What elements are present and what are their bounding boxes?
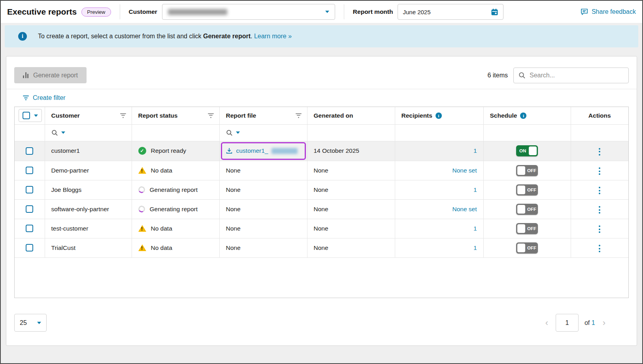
customer-column-search[interactable]: [45, 129, 132, 136]
generating-spinner-icon: [138, 205, 146, 213]
recipients-link[interactable]: 1: [473, 186, 477, 193]
customer-name-cell: Joe Bloggs: [45, 180, 132, 199]
create-filter-label: Create filter: [33, 94, 66, 101]
bar-chart-icon: [23, 72, 28, 78]
search-input[interactable]: [530, 72, 624, 79]
table-row: software-only-partnerGenerating reportNo…: [15, 199, 628, 219]
create-filter-link[interactable]: Create filter: [23, 94, 66, 101]
generated-on-cell: None: [307, 180, 395, 199]
report-file-link[interactable]: customer1_: [236, 147, 268, 154]
top-bar: Executive reports Preview Customer Repor…: [1, 1, 642, 23]
row-actions-menu-button[interactable]: [596, 204, 603, 216]
report-month-input[interactable]: June 2025: [398, 4, 503, 20]
info-icon[interactable]: i: [436, 113, 442, 119]
report-status-cell: Report ready: [132, 147, 219, 155]
schedule-toggle[interactable]: OFF: [516, 165, 538, 176]
chevron-down-icon: [325, 11, 329, 13]
row-checkbox[interactable]: [26, 147, 33, 155]
recipients-link[interactable]: None set: [452, 206, 477, 212]
divider: [344, 4, 344, 19]
row-checkbox[interactable]: [26, 205, 33, 213]
filter-icon[interactable]: [296, 113, 302, 118]
pagination: 25 ‹ of 1 ›: [14, 314, 629, 332]
column-header-report-file[interactable]: Report file: [219, 107, 307, 124]
row-actions-menu-button[interactable]: [596, 146, 603, 158]
toggle-label: OFF: [527, 226, 536, 231]
toggle-label: ON: [519, 148, 526, 153]
select-all-checkbox[interactable]: [23, 112, 30, 119]
search-box[interactable]: [513, 68, 629, 83]
report-ready-icon: [138, 147, 146, 155]
recipients-link[interactable]: None set: [452, 167, 477, 174]
report-status-cell: No data: [132, 167, 219, 174]
schedule-toggle[interactable]: OFF: [516, 242, 538, 253]
column-header-customer[interactable]: Customer: [45, 107, 132, 124]
info-icon: i: [18, 32, 27, 41]
table-row: TrialCustNo dataNoneNone1OFF: [15, 238, 628, 257]
next-page-button[interactable]: ›: [601, 319, 607, 327]
recipients-link[interactable]: 1: [473, 225, 477, 232]
items-count: 6 items: [487, 72, 508, 79]
filter-icon[interactable]: [208, 113, 214, 118]
row-checkbox[interactable]: [26, 167, 33, 174]
report-status-cell: Generating report: [132, 206, 219, 213]
column-header-schedule: Schedule i: [483, 107, 571, 124]
recipients-link[interactable]: 1: [473, 147, 477, 154]
column-header-actions: Actions: [571, 107, 628, 124]
generated-on-cell: None: [307, 219, 395, 238]
customer-name-cell: software-only-partner: [45, 199, 132, 219]
search-icon: [226, 129, 233, 136]
no-data-warning-icon: [138, 167, 146, 174]
search-icon: [51, 129, 58, 136]
report-status-cell: No data: [132, 244, 219, 251]
report-file-cell: None: [219, 161, 307, 180]
report-file-column-search[interactable]: [220, 129, 307, 136]
report-file-cell: None: [219, 219, 307, 238]
schedule-toggle[interactable]: OFF: [516, 204, 538, 215]
schedule-toggle[interactable]: ON: [516, 145, 538, 156]
row-actions-menu-button[interactable]: [596, 223, 603, 235]
row-actions-menu-button[interactable]: [596, 184, 603, 197]
generating-spinner-icon: [138, 186, 146, 194]
row-actions-menu-button[interactable]: [596, 242, 603, 255]
row-actions-menu-button[interactable]: [596, 165, 603, 177]
toggle-knob: [517, 205, 525, 214]
search-icon: [519, 72, 526, 79]
report-month-value: June 2025: [403, 9, 430, 15]
select-all-control[interactable]: [19, 109, 42, 122]
previous-page-button[interactable]: ‹: [544, 319, 550, 327]
redacted-customer-name: [168, 9, 227, 15]
generated-on-cell: None: [307, 161, 395, 180]
generate-report-button[interactable]: Generate report: [14, 67, 87, 83]
share-feedback-link[interactable]: Share feedback: [581, 8, 636, 15]
schedule-toggle[interactable]: OFF: [516, 184, 538, 195]
report-status-text: Generating report: [150, 206, 198, 213]
schedule-toggle[interactable]: OFF: [516, 223, 538, 234]
page-size-value: 25: [20, 319, 27, 326]
filter-icon[interactable]: [120, 113, 126, 118]
toggle-knob: [517, 244, 525, 252]
customer-name-cell: customer1: [45, 141, 132, 161]
chevron-down-icon: [34, 114, 38, 117]
report-status-cell: No data: [132, 225, 219, 232]
recipients-link[interactable]: 1: [473, 244, 477, 251]
row-checkbox[interactable]: [26, 244, 33, 251]
redacted-report-file: [272, 148, 298, 154]
column-header-recipients: Recipients i: [395, 107, 483, 124]
column-header-report-status[interactable]: Report status: [132, 107, 219, 124]
learn-more-link[interactable]: Learn more »: [254, 33, 292, 39]
toggle-label: OFF: [527, 168, 536, 173]
page-size-select[interactable]: 25: [14, 314, 47, 332]
report-file-cell: None: [219, 238, 307, 257]
customer-label: Customer: [129, 8, 157, 15]
row-checkbox[interactable]: [26, 225, 33, 232]
toggle-knob: [517, 166, 525, 175]
table-row: Demo-partnerNo dataNoneNoneNone setOFF: [15, 161, 628, 180]
row-checkbox[interactable]: [26, 186, 33, 193]
calendar-icon[interactable]: [491, 8, 498, 16]
toggle-label: OFF: [527, 207, 536, 212]
page-number-input[interactable]: [556, 314, 579, 332]
table-row: customer1Report readycustomer1_14 Octobe…: [15, 141, 628, 161]
info-icon[interactable]: i: [520, 113, 526, 119]
customer-select[interactable]: [162, 4, 335, 20]
